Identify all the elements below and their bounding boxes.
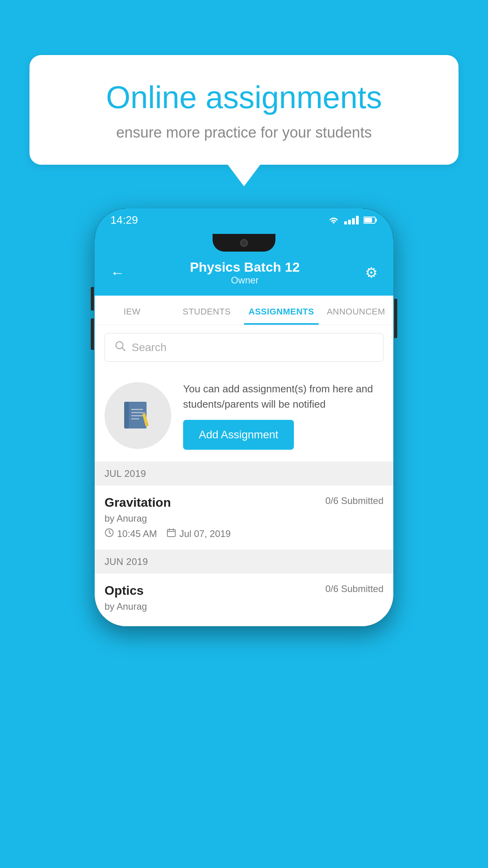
status-bar: 14:29 [95,208,393,232]
phone-mockup: 14:29 [95,208,393,626]
clock-icon [105,528,114,540]
assignment-item-gravitation[interactable]: Gravitation 0/6 Submitted by Anurag [95,485,393,550]
app-content: Search [95,325,393,626]
power-button [394,299,397,338]
notch [213,234,275,252]
assignment-author-gravitation: by Anurag [105,513,383,524]
svg-rect-1 [375,219,377,222]
header-title-section: Physics Batch 12 Owner [190,259,300,286]
assignment-item-optics[interactable]: Optics 0/6 Submitted by Anurag [95,574,393,626]
batch-title: Physics Batch 12 [190,259,300,275]
svg-rect-6 [124,402,129,428]
add-assignment-right: You can add assignment(s) from here and … [183,381,383,450]
assignment-time-text-gravitation: 10:45 AM [117,528,157,539]
volume-down-button [91,318,94,350]
phone-inner: 14:29 [95,208,393,626]
svg-line-4 [122,348,125,351]
search-icon [115,340,126,354]
assignment-submitted-optics: 0/6 Submitted [325,583,383,594]
speech-bubble: Online assignments ensure more practice … [29,55,459,165]
wifi-icon [328,216,339,224]
calendar-icon [167,528,176,540]
search-container: Search [95,325,393,370]
status-time: 14:29 [110,214,138,226]
svg-rect-10 [131,418,139,419]
assignment-time-gravitation: 10:45 AM [105,528,157,540]
assignment-title-gravitation: Gravitation [105,495,171,510]
svg-rect-9 [131,415,143,416]
settings-icon[interactable]: ⚙ [365,265,378,281]
search-bar[interactable]: Search [105,333,383,362]
camera [240,239,248,247]
notebook-icon-circle [105,382,171,449]
battery-icon [363,216,378,224]
tab-students[interactable]: STUDENTS [169,296,244,325]
batch-subtitle: Owner [190,275,300,286]
speech-bubble-title: Online assignments [57,79,431,116]
notebook-icon [120,398,156,433]
assignment-meta-gravitation: 10:45 AM [105,528,383,540]
app-header: ← Physics Batch 12 Owner ⚙ [95,252,393,296]
assignment-date-gravitation: Jul 07, 2019 [167,528,231,540]
search-placeholder: Search [132,341,167,354]
status-icons [328,216,378,224]
svg-rect-7 [131,409,143,410]
tab-overview[interactable]: IEW [95,296,169,325]
assignment-top-row-optics: Optics 0/6 Submitted [105,583,383,598]
assignment-date-text-gravitation: Jul 07, 2019 [179,528,231,539]
add-assignment-description: You can add assignment(s) from here and … [183,381,383,412]
tab-assignments[interactable]: ASSIGNMENTS [244,296,319,325]
svg-rect-8 [131,412,143,413]
assignment-title-optics: Optics [105,583,144,598]
signal-bars-icon [344,216,359,224]
tab-announcements[interactable]: ANNOUNCEM [319,296,393,325]
phone-frame: 14:29 [95,208,393,626]
tabs-bar: IEW STUDENTS ASSIGNMENTS ANNOUNCEM [95,296,393,325]
assignment-submitted-gravitation: 0/6 Submitted [325,495,383,506]
volume-up-button [91,287,94,311]
speech-bubble-subtitle: ensure more practice for your students [57,124,431,141]
assignment-author-optics: by Anurag [105,601,383,612]
svg-line-16 [109,533,111,533]
back-button[interactable]: ← [110,265,125,281]
assignment-top-row: Gravitation 0/6 Submitted [105,495,383,510]
svg-rect-17 [167,530,175,537]
section-header-jun2019: JUN 2019 [95,550,393,574]
section-header-jul2019: JUL 2019 [95,462,393,485]
add-assignment-button[interactable]: Add Assignment [183,420,294,450]
add-assignment-section: You can add assignment(s) from here and … [95,370,393,462]
notch-area [95,232,393,252]
speech-bubble-container: Online assignments ensure more practice … [29,55,459,165]
svg-rect-2 [364,218,372,223]
